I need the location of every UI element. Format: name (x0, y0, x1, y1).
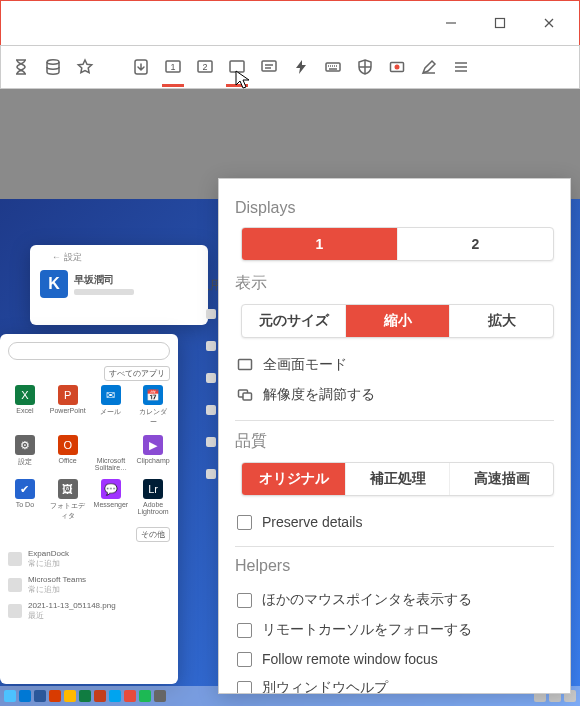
remote-app-tile[interactable]: ✉メール (94, 385, 129, 427)
helper-checkbox[interactable] (237, 593, 252, 608)
fullscreen-row[interactable]: 全画面モード (235, 350, 554, 380)
quality-heading: 品質 (235, 431, 554, 452)
helper-row[interactable]: 別ウィンドウヘルプ (235, 673, 554, 694)
helper-checkbox[interactable] (237, 681, 252, 695)
helper-checkbox[interactable] (237, 623, 252, 638)
star-icon[interactable] (71, 53, 99, 81)
all-apps-button[interactable]: すべてのアプリ (104, 366, 170, 381)
keyboard-icon[interactable] (319, 53, 347, 81)
displays-segment: 1 2 (241, 227, 554, 261)
remote-search-input[interactable] (8, 342, 170, 360)
display-option-1[interactable]: 1 (242, 228, 397, 260)
remote-recent-item[interactable]: ExpanDock常に追加 (8, 546, 170, 572)
remote-app-tile[interactable]: ⚙設定 (8, 435, 42, 471)
cursor-icon (235, 70, 251, 90)
preserve-details-row[interactable]: Preserve details (235, 508, 554, 536)
other-button[interactable]: その他 (136, 527, 170, 542)
remote-app-tile[interactable]: 📅カレンダー (136, 385, 170, 427)
helper-checkbox[interactable] (237, 652, 252, 667)
remote-start-menu[interactable]: すべてのアプリ XExcelPPowerPoint✉メール📅カレンダー⚙設定OO… (0, 334, 178, 684)
hourglass-icon[interactable] (7, 53, 35, 81)
minimize-button[interactable] (428, 8, 473, 38)
remote-recent-item[interactable]: 2021-11-13_051148.png最近 (8, 598, 170, 624)
remote-view: 個人用 ← 設定 K 早坂潤司 すべてのアプリ XExcelPPowerPoin… (0, 89, 580, 706)
titlebar (0, 0, 580, 45)
remote-app-tile[interactable]: 🖼フォトエディタ (50, 479, 86, 521)
shield-icon[interactable] (351, 53, 379, 81)
remote-app-tile[interactable]: LrAdobe Lightroom (136, 479, 170, 521)
view-heading: 表示 (235, 273, 554, 294)
database-icon[interactable] (39, 53, 67, 81)
svg-rect-10 (326, 63, 340, 71)
remote-recent-item[interactable]: Microsoft Teams常に追加 (8, 572, 170, 598)
maximize-button[interactable] (477, 8, 522, 38)
fullscreen-icon (237, 357, 253, 373)
remote-app-tile[interactable]: ▶Clipchamp (136, 435, 170, 471)
svg-rect-13 (239, 360, 252, 370)
lightning-icon[interactable] (287, 53, 315, 81)
comment-icon[interactable] (255, 53, 283, 81)
svg-point-12 (395, 65, 400, 70)
quality-segment: オリジナル 補正処理 高速描画 (241, 462, 554, 496)
remote-app-tile[interactable]: 🂡Microsoft Solitaire… (94, 435, 129, 471)
helper-row[interactable]: ほかのマウスポインタを表示する (235, 585, 554, 615)
close-button[interactable] (526, 8, 571, 38)
record-icon[interactable] (383, 53, 411, 81)
resolution-icon (237, 387, 253, 403)
svg-rect-15 (243, 393, 252, 400)
svg-rect-9 (262, 61, 276, 71)
helper-row[interactable]: Follow remote window focus (235, 645, 554, 673)
svg-rect-1 (495, 19, 504, 28)
remote-settings-window[interactable]: ← 設定 K 早坂潤司 (30, 245, 208, 325)
remote-side-strip (205, 289, 217, 676)
remote-app-tile[interactable]: 💬Messenger (94, 479, 129, 521)
adjust-resolution-row[interactable]: 解像度を調節する (235, 380, 554, 410)
display-2-button[interactable]: 2 (191, 53, 219, 81)
toolbar: 1 2 (0, 45, 580, 89)
view-shrink[interactable]: 縮小 (345, 305, 449, 337)
helper-row[interactable]: リモートカーソルをフォローする (235, 615, 554, 645)
menu-icon[interactable] (447, 53, 475, 81)
remote-app-tile[interactable]: XExcel (8, 385, 42, 427)
svg-point-4 (47, 60, 59, 64)
quality-corrected[interactable]: 補正処理 (345, 463, 449, 495)
view-enlarge[interactable]: 拡大 (449, 305, 553, 337)
remote-app-tile[interactable]: ✔To Do (8, 479, 42, 521)
display-option-2[interactable]: 2 (397, 228, 553, 260)
display-1-button[interactable]: 1 (159, 53, 187, 81)
arrow-in-icon[interactable] (127, 53, 155, 81)
remote-app-tile[interactable]: OOffice (50, 435, 86, 471)
helpers-heading: Helpers (235, 557, 554, 575)
quality-original[interactable]: オリジナル (242, 463, 345, 495)
view-original-size[interactable]: 元のサイズ (242, 305, 345, 337)
display-settings-panel: Displays 1 2 表示 元のサイズ 縮小 拡大 全画面モード 解像度を調… (218, 178, 571, 694)
quality-fast[interactable]: 高速描画 (449, 463, 553, 495)
pen-icon[interactable] (415, 53, 443, 81)
preserve-details-checkbox[interactable] (237, 515, 252, 530)
displays-heading: Displays (235, 199, 554, 217)
view-segment: 元のサイズ 縮小 拡大 (241, 304, 554, 338)
remote-app-tile[interactable]: PPowerPoint (50, 385, 86, 427)
